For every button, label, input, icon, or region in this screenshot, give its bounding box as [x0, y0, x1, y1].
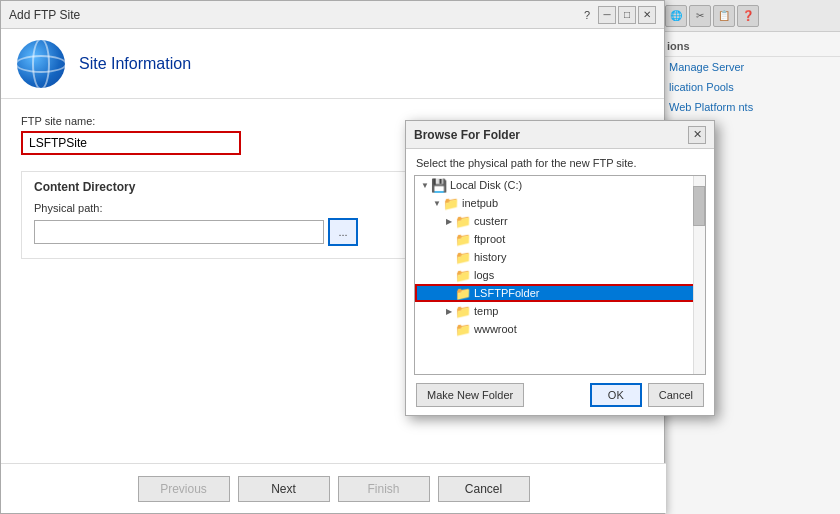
tree-item-label: custerr [474, 215, 508, 227]
previous-button[interactable]: Previous [138, 476, 230, 502]
folder-icon: 📁 [455, 286, 471, 300]
folder-dialog-title-text: Browse For Folder [414, 128, 520, 142]
iis-toolbar-btn-copy[interactable]: 📋 [713, 5, 735, 27]
scrollbar-thumb[interactable] [693, 186, 705, 226]
folder-icon: 📁 [455, 214, 471, 228]
chevron-icon: ▼ [431, 197, 443, 209]
chevron-icon: ▼ [419, 179, 431, 191]
iis-item-manage-server[interactable]: Manage Server [661, 57, 840, 77]
physical-path-input[interactable] [34, 220, 324, 244]
folder-dialog-footer: Make New Folder OK Cancel [406, 375, 714, 415]
dialog-footer: Previous Next Finish Cancel [1, 463, 666, 513]
minimize-button[interactable]: ─ [598, 6, 616, 24]
tree-item-local-disk[interactable]: ▼ 💾 Local Disk (C:) [415, 176, 705, 194]
ok-button[interactable]: OK [590, 383, 642, 407]
tree-item-lsftpfolder[interactable]: ▶ 📁 LSFTPFolder [415, 284, 705, 302]
iis-toolbar-btn-cut[interactable]: ✂ [689, 5, 711, 27]
make-new-folder-button[interactable]: Make New Folder [416, 383, 524, 407]
folder-dialog-instruction: Select the physical path for the new FTP… [406, 149, 714, 175]
tree-item-label: inetpub [462, 197, 498, 209]
iis-toolbar: 🌐 ✂ 📋 ❓ [661, 0, 840, 32]
cancel-button[interactable]: Cancel [438, 476, 530, 502]
globe-icon [17, 40, 65, 88]
dialog-titlebar: Add FTP Site ? ─ □ ✕ [1, 1, 664, 29]
folder-icon: 📁 [455, 268, 471, 282]
folder-icon: 📁 [455, 250, 471, 264]
iis-toolbar-btn-globe[interactable]: 🌐 [665, 5, 687, 27]
tree-item-label: ftproot [474, 233, 505, 245]
chevron-icon: ▶ [443, 215, 455, 227]
dialog-header: Site Information [1, 29, 664, 99]
folder-icon: 📁 [455, 232, 471, 246]
folder-icon: 📁 [455, 322, 471, 336]
tree-item-history[interactable]: ▶ 📁 history [415, 248, 705, 266]
iis-section-ions: ions [661, 32, 840, 57]
folder-dialog-close-button[interactable]: ✕ [688, 126, 706, 144]
iis-toolbar-btn-help[interactable]: ❓ [737, 5, 759, 27]
tree-item-label: logs [474, 269, 494, 281]
disk-icon: 💾 [431, 178, 447, 192]
tree-item-logs[interactable]: ▶ 📁 logs [415, 266, 705, 284]
cancel-folder-button[interactable]: Cancel [648, 383, 704, 407]
tree-item-wwwroot[interactable]: ▶ 📁 wwwroot [415, 320, 705, 338]
iis-item-web-platform[interactable]: Web Platform nts [661, 97, 840, 117]
header-title: Site Information [79, 55, 191, 73]
maximize-button[interactable]: □ [618, 6, 636, 24]
tree-item-temp[interactable]: ▶ 📁 temp [415, 302, 705, 320]
close-button[interactable]: ✕ [638, 6, 656, 24]
folder-icon: 📁 [455, 304, 471, 318]
next-button[interactable]: Next [238, 476, 330, 502]
tree-item-label: LSFTPFolder [474, 287, 539, 299]
finish-button[interactable]: Finish [338, 476, 430, 502]
folder-icon: 📁 [443, 196, 459, 210]
tree-item-ftproot[interactable]: ▶ 📁 ftproot [415, 230, 705, 248]
ftp-site-name-input[interactable] [21, 131, 241, 155]
tree-item-label: history [474, 251, 506, 263]
browse-button[interactable]: ... [328, 218, 358, 246]
folder-dialog-titlebar: Browse For Folder ✕ [406, 121, 714, 149]
tree-item-label: temp [474, 305, 498, 317]
browse-folder-dialog: Browse For Folder ✕ Select the physical … [405, 120, 715, 416]
chevron-icon: ▶ [443, 305, 455, 317]
tree-item-inetpub[interactable]: ▼ 📁 inetpub [415, 194, 705, 212]
iis-item-application-pools[interactable]: lication Pools [661, 77, 840, 97]
help-icon[interactable]: ? [578, 6, 596, 24]
tree-item-label: wwwroot [474, 323, 517, 335]
tree-scrollbar[interactable] [693, 176, 705, 374]
tree-item-custerr[interactable]: ▶ 📁 custerr [415, 212, 705, 230]
titlebar-controls: ? ─ □ ✕ [578, 6, 656, 24]
tree-item-label: Local Disk (C:) [450, 179, 522, 191]
dialog-title-text: Add FTP Site [9, 8, 80, 22]
folder-tree[interactable]: ▼ 💾 Local Disk (C:) ▼ 📁 inetpub ▶ 📁 cust… [414, 175, 706, 375]
